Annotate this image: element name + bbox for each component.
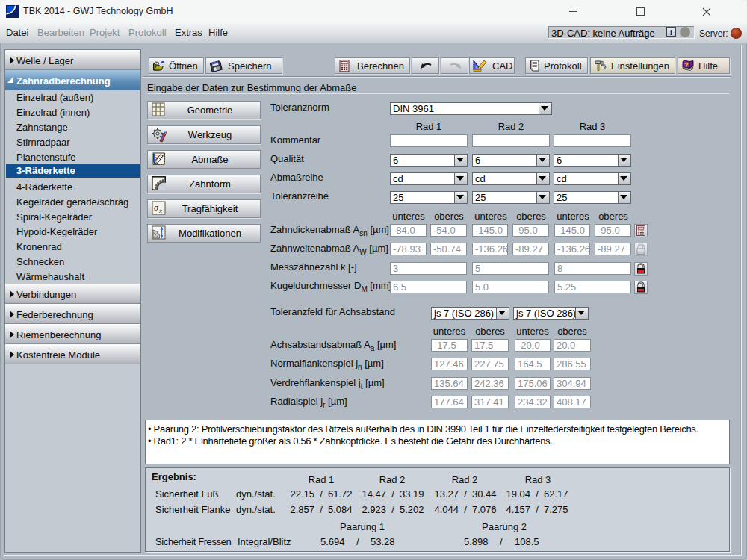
svg-text:?: ?: [684, 61, 688, 69]
